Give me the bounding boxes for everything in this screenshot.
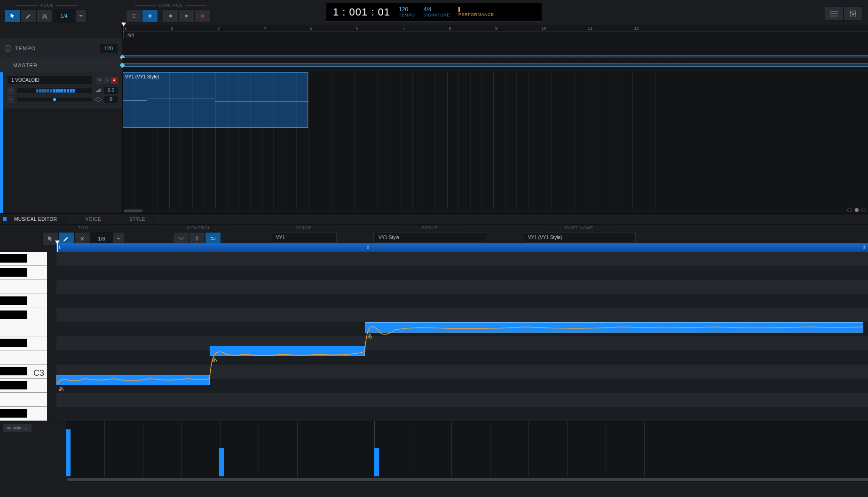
volume-value[interactable]: 0.0 [104, 87, 118, 94]
velocity-bar[interactable] [374, 448, 379, 476]
mixer-button[interactable] [844, 7, 862, 21]
horizontal-scrollbar[interactable] [123, 209, 868, 213]
editor-tabs: MUSICAL EDITOR VOICE STYLE [0, 213, 868, 225]
note[interactable]: あ [365, 322, 863, 333]
arrange-area[interactable]: VY1 (VY1 Style) [122, 72, 868, 213]
master-header: MASTER [0, 58, 122, 72]
editor-bar-number: 2 [367, 245, 865, 249]
record-arm-button[interactable]: ● [111, 77, 118, 84]
velocity-bar[interactable] [66, 429, 71, 476]
pan-handle-icon[interactable] [53, 98, 56, 101]
zoom-reset-button[interactable] [855, 208, 859, 212]
scrollbar-thumb[interactable] [124, 210, 142, 212]
performance-label: PERFORMANCE [458, 13, 494, 17]
bar-number: 10 [542, 26, 546, 31]
quantize-dropdown[interactable] [75, 9, 87, 23]
signature-lane[interactable] [122, 63, 868, 67]
loop-button[interactable] [126, 9, 142, 23]
playhead[interactable] [124, 25, 124, 39]
track-name[interactable]: 1 VOCALOID [8, 76, 92, 84]
svg-rect-5 [852, 14, 854, 15]
bar-number: 2 [171, 26, 174, 31]
scissors-tool[interactable] [37, 9, 53, 23]
editor-ruler[interactable]: 123 [56, 243, 868, 252]
velocity-lane[interactable] [66, 421, 868, 482]
black-key[interactable] [0, 367, 27, 375]
black-key[interactable] [0, 381, 27, 389]
mute-button[interactable]: M [96, 77, 103, 84]
white-key[interactable] [0, 393, 47, 407]
zoom-in-button[interactable] [861, 208, 866, 212]
velocity-sidebar: Velocity ⌄ [0, 421, 47, 482]
position-display[interactable]: 1 : 001 : 01 [333, 6, 390, 18]
track-header[interactable]: 1 VOCALOID M S ● ^ 0.0 ^ 0 [3, 72, 122, 109]
track-panel: 1 VOCALOID M S ● ^ 0.0 ^ 0 [0, 72, 122, 213]
scrollbar-thumb[interactable] [67, 478, 868, 481]
pencil-tool[interactable] [21, 9, 37, 23]
tempo-header: i TEMPO 120 [0, 39, 122, 58]
tool-group-label: TOOL [40, 3, 54, 8]
play-button[interactable] [179, 9, 195, 23]
tab-voice[interactable]: VOICE [71, 214, 115, 224]
bar-number: 7 [402, 26, 405, 31]
bar-number: 1 [125, 26, 127, 31]
pan-value[interactable]: 0 [104, 96, 118, 103]
key-strip [47, 252, 56, 421]
automation-toggle[interactable]: ^ [8, 96, 14, 103]
bar-number: 6 [356, 26, 359, 31]
bar-number: 9 [495, 26, 497, 31]
tab-style[interactable]: STYLE [115, 214, 159, 224]
style-select[interactable]: VY1 Style [373, 232, 486, 242]
bar-number: 8 [449, 26, 451, 31]
piano-roll[interactable]: あ あ あ [56, 252, 868, 421]
velocity-label: Velocity [7, 426, 21, 430]
tempo-value[interactable]: 120 [399, 7, 415, 13]
solo-button[interactable]: S [103, 77, 110, 84]
white-key[interactable] [0, 322, 47, 336]
editor-playhead[interactable] [57, 243, 58, 252]
signature-value[interactable]: 4/4 [424, 7, 450, 13]
pan-slider[interactable] [17, 98, 92, 101]
volume-icon [95, 88, 102, 93]
time-signature: 4/4 [127, 33, 134, 38]
black-key[interactable] [0, 296, 27, 305]
note-lyric: あ [367, 333, 372, 340]
quantize-value[interactable]: 1/4 [53, 9, 75, 23]
black-key[interactable] [0, 254, 27, 263]
svg-rect-2 [169, 15, 172, 17]
list-view-button[interactable] [825, 7, 844, 21]
velocity-bar[interactable] [219, 448, 224, 476]
snap-button[interactable] [142, 9, 158, 23]
note[interactable]: あ [210, 346, 365, 356]
editor-scrollbar[interactable] [66, 477, 868, 482]
zoom-out-button[interactable] [847, 208, 852, 212]
bar-number: 3 [217, 26, 220, 31]
ed-control-label: CONTROL [187, 225, 211, 230]
tab-musical-editor[interactable]: MUSICAL EDITOR [0, 214, 71, 224]
part-name-field[interactable]: VY1 (VY1 Style) [523, 232, 636, 242]
velocity-param-select[interactable]: Velocity ⌄ [3, 424, 32, 432]
black-key[interactable] [0, 339, 27, 347]
bar-number: 11 [588, 26, 592, 31]
tempo-field[interactable]: 120 [100, 44, 118, 53]
piano-keyboard[interactable]: C3 [0, 252, 47, 421]
key-label: C3 [33, 368, 44, 378]
white-key[interactable] [0, 350, 47, 365]
info-icon[interactable]: i [5, 45, 11, 52]
voice-select[interactable]: VY1 [271, 232, 337, 242]
editor-bar-number: 3 [863, 245, 865, 249]
audio-clip[interactable]: VY1 (VY1 Style) [123, 72, 308, 128]
white-key[interactable] [0, 280, 47, 294]
black-key[interactable] [0, 311, 27, 319]
collapse-toggle[interactable]: ^ [8, 87, 14, 94]
pointer-tool[interactable] [5, 9, 21, 23]
note[interactable]: あ [56, 375, 210, 385]
svg-point-3 [201, 15, 205, 18]
bar-ruler[interactable]: 123456789101112 4/4 [122, 25, 868, 39]
stop-button[interactable] [163, 9, 179, 23]
volume-meter[interactable] [17, 88, 92, 93]
bar-number: 4 [264, 26, 266, 31]
black-key[interactable] [0, 409, 27, 418]
black-key[interactable] [0, 268, 27, 277]
record-button[interactable] [195, 9, 211, 23]
